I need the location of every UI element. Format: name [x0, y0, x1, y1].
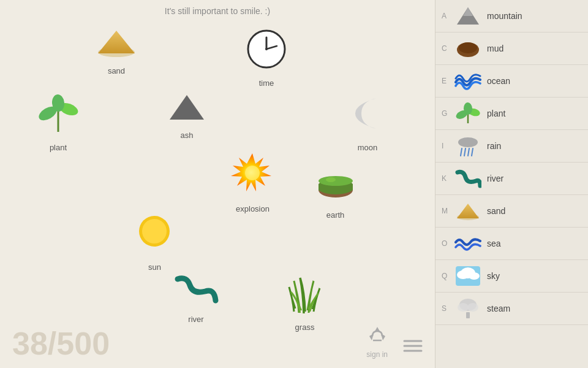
grass-icon	[282, 275, 328, 320]
svg-point-15	[326, 177, 336, 182]
element-plant[interactable]: plant	[37, 92, 80, 152]
earth-label: earth	[326, 210, 345, 220]
score: 38/500	[12, 325, 110, 362]
sidebar-name-steam: steam	[487, 304, 510, 313]
sidebar-letter-g: G	[442, 109, 453, 118]
sidebar-item-plant[interactable]: G plant	[435, 98, 588, 130]
sand-label: sand	[108, 66, 125, 75]
element-time[interactable]: time	[245, 28, 288, 88]
sidebar-letter-m: M	[442, 207, 453, 215]
sidebar-name-sea: sea	[487, 239, 501, 248]
sidebar-item-mud[interactable]: C mud	[435, 33, 588, 65]
svg-point-42	[467, 303, 478, 312]
sidebar-name-plant: plant	[487, 109, 505, 118]
mountain-icon	[453, 4, 483, 28]
element-ash[interactable]: ash	[168, 92, 205, 140]
plant-label: plant	[50, 143, 67, 152]
sidebar-item-ocean[interactable]: E ocean	[435, 65, 588, 98]
sidebar-item-sea[interactable]: O sea	[435, 228, 588, 260]
sidebar-letter-i: I	[442, 142, 453, 150]
ash-icon	[168, 92, 205, 128]
sidebar-name-mountain: mountain	[487, 11, 522, 21]
sidebar-letter-e: E	[442, 77, 453, 85]
moon-icon	[349, 92, 386, 140]
sidebar-item-steam[interactable]: S steam	[435, 293, 588, 325]
sidebar-letter-a: A	[442, 12, 453, 20]
svg-point-14	[318, 176, 353, 186]
time-label: time	[259, 79, 274, 88]
sidebar-letter-c: C	[442, 44, 453, 53]
earth-icon	[312, 156, 358, 208]
menu-button[interactable]	[403, 337, 423, 359]
play-area: It's still important to smile. :) 38/500…	[0, 0, 435, 368]
steam-icon	[453, 296, 483, 321]
svg-point-24	[459, 42, 477, 53]
plant-icon	[37, 92, 80, 140]
signin-button[interactable]: sign in	[366, 325, 388, 359]
svg-line-30	[461, 148, 462, 156]
svg-line-31	[464, 148, 466, 156]
svg-marker-2	[170, 95, 204, 120]
rain-icon	[453, 134, 483, 158]
sidebar-item-sand[interactable]: M sand	[435, 195, 588, 228]
svg-marker-1	[98, 31, 135, 53]
element-sand[interactable]: sand	[95, 28, 138, 75]
menu-icon	[403, 337, 423, 359]
sand-icon	[95, 28, 138, 64]
sidebar-letter-s: S	[442, 304, 453, 313]
svg-marker-22	[463, 7, 473, 16]
mud-icon	[453, 36, 483, 61]
sidebar-name-sky: sky	[487, 271, 500, 281]
element-river[interactable]: river	[172, 273, 221, 324]
svg-line-33	[472, 148, 473, 156]
sidebar-letter-k: K	[442, 174, 453, 183]
grass-label: grass	[295, 323, 315, 332]
river-icon	[172, 273, 221, 312]
element-explosion[interactable]: explosion	[230, 150, 276, 213]
sidebar-item-rain[interactable]: I rain	[435, 130, 588, 163]
svg-point-39	[469, 272, 480, 280]
sun-icon	[132, 209, 178, 260]
sidebar-item-mountain[interactable]: A mountain	[435, 0, 588, 33]
element-sun[interactable]: sun	[132, 209, 178, 272]
sidebar-name-sand: sand	[487, 206, 505, 216]
sidebar-name-rain: rain	[487, 141, 501, 151]
sidebar-item-sky[interactable]: Q sky	[435, 260, 588, 293]
sun-label: sun	[148, 263, 161, 272]
river-sidebar-icon	[453, 166, 483, 191]
ash-label: ash	[181, 131, 194, 140]
svg-point-12	[245, 166, 260, 180]
sidebar: A mountain C mud E ocean	[435, 0, 588, 368]
plant-sidebar-icon	[453, 101, 483, 126]
time-icon	[245, 28, 288, 76]
recycle-icon	[368, 325, 387, 349]
svg-point-29	[458, 137, 478, 147]
sidebar-item-river[interactable]: K river	[435, 163, 588, 195]
sky-icon	[453, 264, 483, 288]
sidebar-name-ocean: ocean	[487, 76, 510, 86]
sidebar-name-mud: mud	[487, 44, 503, 53]
explosion-label: explosion	[236, 204, 270, 213]
element-earth[interactable]: earth	[312, 156, 358, 220]
svg-point-17	[142, 219, 167, 243]
explosion-icon	[230, 150, 276, 202]
sidebar-letter-q: Q	[442, 272, 453, 280]
element-moon[interactable]: moon	[349, 92, 386, 152]
sidebar-letter-o: O	[442, 239, 453, 248]
svg-line-32	[468, 148, 469, 156]
svg-rect-43	[466, 312, 470, 318]
svg-point-41	[458, 303, 469, 312]
sand-sidebar-icon	[453, 199, 483, 223]
sidebar-name-river: river	[487, 174, 503, 183]
element-grass[interactable]: grass	[282, 275, 328, 332]
signin-label: sign in	[366, 350, 388, 359]
hint-text: It's still important to smile. :)	[165, 6, 270, 16]
river-label: river	[188, 315, 203, 324]
svg-marker-35	[457, 204, 479, 218]
ocean-icon	[453, 69, 483, 93]
moon-label: moon	[358, 143, 378, 152]
sea-icon	[453, 231, 483, 256]
